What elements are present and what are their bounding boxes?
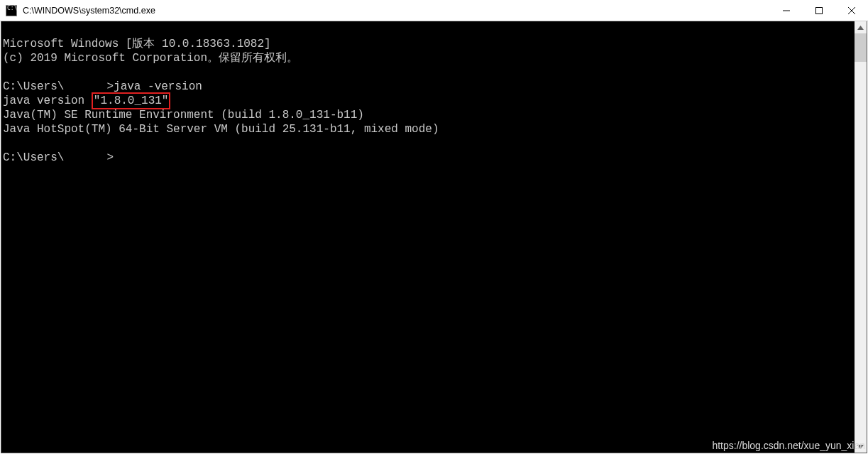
window-controls	[770, 0, 868, 21]
command-java-version: java -version	[114, 80, 202, 93]
titlebar[interactable]: C:\WINDOWS\system32\cmd.exe	[0, 0, 868, 21]
terminal-output: Microsoft Windows [版本 10.0.18363.1082] (…	[1, 21, 855, 180]
prompt-2: C:\Users\>	[3, 151, 114, 164]
close-button[interactable]	[835, 0, 868, 21]
window-title: C:\WINDOWS\system32\cmd.exe	[21, 6, 770, 16]
java-version-line: java version "1.8.0_131"	[3, 94, 170, 107]
scrollbar-track[interactable]	[855, 33, 867, 441]
vertical-scrollbar[interactable]	[855, 21, 867, 453]
client-area: Microsoft Windows [版本 10.0.18363.1082] (…	[1, 21, 867, 453]
copyright-line: (c) 2019 Microsoft Corporation。保留所有权利。	[3, 52, 298, 65]
prompt-1: C:\Users\>java -version	[3, 80, 202, 93]
redacted-username	[64, 153, 106, 164]
scrollbar-thumb[interactable]	[855, 33, 867, 62]
scroll-down-button[interactable]	[855, 441, 867, 453]
cmd-icon	[6, 5, 17, 16]
maximize-button[interactable]	[803, 0, 835, 21]
svg-rect-0	[816, 7, 823, 13]
os-version-line: Microsoft Windows [版本 10.0.18363.1082]	[3, 38, 271, 50]
cmd-window: C:\WINDOWS\system32\cmd.exe Microsoft Wi…	[0, 0, 868, 454]
minimize-button[interactable]	[770, 0, 803, 21]
terminal-viewport[interactable]: Microsoft Windows [版本 10.0.18363.1082] (…	[1, 21, 855, 453]
jre-line: Java(TM) SE Runtime Environment (build 1…	[3, 109, 364, 121]
java-version-highlight: "1.8.0_131"	[92, 92, 171, 109]
hotspot-line: Java HotSpot(TM) 64-Bit Server VM (build…	[3, 123, 439, 136]
scroll-up-button[interactable]	[855, 21, 867, 33]
redacted-username	[64, 82, 106, 93]
